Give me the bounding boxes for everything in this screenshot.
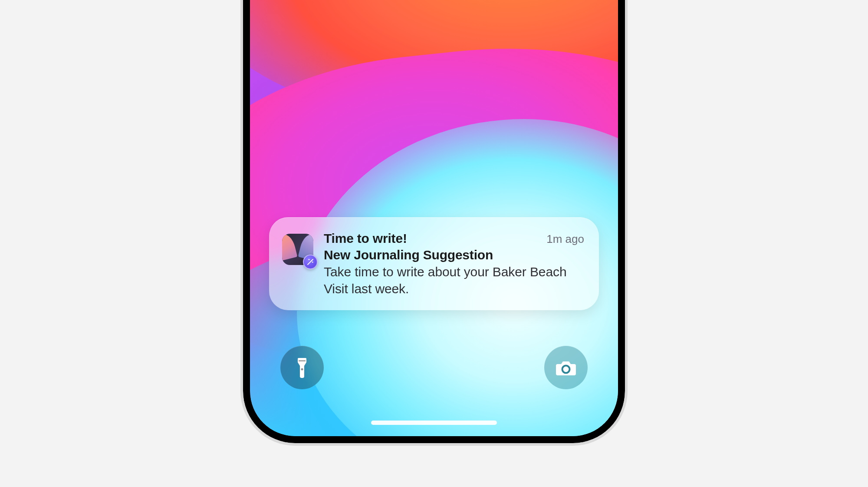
lock-screen-quick-actions (280, 346, 588, 389)
camera-icon (555, 359, 577, 376)
notification-content: Time to write! 1m ago New Journaling Sug… (324, 230, 584, 298)
notification-body: Take time to write about your Baker Beac… (324, 263, 584, 297)
svg-rect-0 (299, 360, 306, 361)
magic-wand-icon (303, 255, 318, 269)
phone-bezel: Time to write! 1m ago New Journaling Sug… (243, 0, 625, 443)
notification-card[interactable]: Time to write! 1m ago New Journaling Sug… (269, 217, 599, 311)
camera-button[interactable] (544, 346, 588, 389)
notification-subtitle: New Journaling Suggestion (324, 246, 584, 263)
notification-app-icon-wrap (282, 234, 313, 265)
notification-time: 1m ago (546, 232, 584, 246)
home-indicator[interactable] (371, 421, 497, 425)
flashlight-icon (293, 356, 311, 379)
notification-title: Time to write! (324, 230, 407, 247)
phone-frame: Time to write! 1m ago New Journaling Sug… (243, 0, 625, 443)
svg-point-1 (301, 368, 303, 371)
lock-screen[interactable]: Time to write! 1m ago New Journaling Sug… (250, 0, 618, 436)
flashlight-button[interactable] (280, 346, 324, 389)
